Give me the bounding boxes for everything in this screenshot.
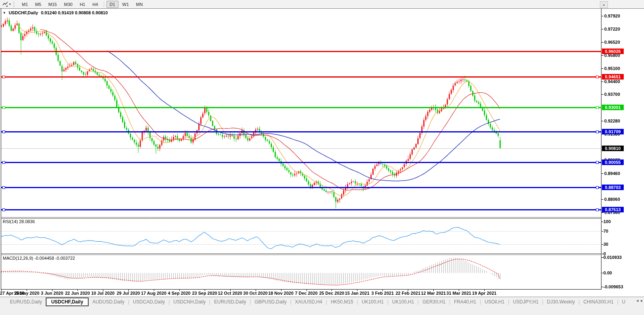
toolbar-grip-handle[interactable] xyxy=(14,2,16,7)
hline-price-badge-0.94651: 0.94651 xyxy=(602,74,624,80)
timeframe-button-m5[interactable]: M5 xyxy=(32,1,44,8)
macd-indicator-label: MACD(12,26,9) -0.004458 -0.003722 xyxy=(3,256,75,261)
chart-tab-china300-h1[interactable]: CHINA300,H1 xyxy=(580,298,617,306)
hline-price-badge-0.91709: 0.91709 xyxy=(602,129,624,134)
chart-tab-usdjpy-h1[interactable]: USDJPY,H1 xyxy=(509,298,542,306)
hline-price-badge-0.96026: 0.96026 xyxy=(602,49,624,54)
current-price-badge: 0.90810 xyxy=(602,146,624,151)
pointer-tool-glyph xyxy=(2,2,8,7)
date-axis-label: 19 Apr 2021 xyxy=(467,291,501,296)
timeframe-button-h4[interactable]: H4 xyxy=(89,1,101,8)
chart-title: ▼ USDCHF,Daily 0.91240 0.91419 0.90808 0… xyxy=(3,10,108,15)
timeframe-button-h1[interactable]: H1 xyxy=(76,1,88,8)
hline-price-badge-0.88703: 0.88703 xyxy=(602,185,624,190)
chart-canvas[interactable] xyxy=(0,0,644,315)
toolbar-separator xyxy=(104,2,104,7)
chart-tab-eurusd-daily[interactable]: EURUSD,Daily xyxy=(210,298,250,306)
hline-price-badge-0.93001: 0.93001 xyxy=(602,105,624,110)
rsi-indicator-label: RSI(14) 28.0836 xyxy=(3,219,35,224)
chart-symbol-label: USDCHF,Daily xyxy=(9,10,38,15)
chart-tab-gbpusd-daily[interactable]: GBPUSD,Daily xyxy=(251,298,290,306)
macd-scale-label: 0.00 xyxy=(603,270,612,275)
price-axis-tick: 0.88060 xyxy=(604,197,620,202)
collapse-triangle-icon[interactable]: ▼ xyxy=(3,11,6,15)
tab-scroll-right-icon[interactable]: ▸ xyxy=(641,298,643,303)
price-axis-tick: 0.96520 xyxy=(604,40,620,45)
tab-scroll-left-icon[interactable]: ◂ xyxy=(636,298,638,303)
chart-tab-xauusd-h4[interactable]: XAUUSD,H4 xyxy=(291,298,326,306)
rsi-scale-label: 30 xyxy=(603,242,608,247)
chart-tab-eurusd-daily[interactable]: EURUSD,Daily xyxy=(6,298,46,306)
chart-tab-audusd-daily[interactable]: AUDUSD,Daily xyxy=(89,298,128,306)
chart-tab-hk50-m15[interactable]: HK50,M15 xyxy=(327,298,357,306)
hline-price-badge-0.87513: 0.87513 xyxy=(602,207,624,212)
price-axis-tick: 0.95100 xyxy=(604,66,620,71)
chart-tab-u[interactable]: U xyxy=(619,298,629,306)
chart-ohlc-values: 0.91240 0.91419 0.90808 0.90810 xyxy=(41,10,108,15)
trading-platform-window: ▾ M1M5M15M30H1H4D1W1MN ▲ ▼ USDCHF,Daily … xyxy=(0,0,644,315)
chevron-down-icon[interactable]: ▾ xyxy=(9,2,11,6)
chart-tab-uk100-h1[interactable]: UK100,H1 xyxy=(388,298,417,306)
chart-tab-bar: EURUSD,DailyUSDCHF,DailyAUDUSD,Daily|USD… xyxy=(0,297,644,307)
timeframe-button-mn[interactable]: MN xyxy=(133,1,146,8)
macd-scale-label: 0.010933 xyxy=(603,255,622,260)
chart-tab-dj30-weekly[interactable]: DJ30,Weekly xyxy=(543,298,578,306)
timeframe-button-group: M1M5M15M30H1H4D1W1MN xyxy=(18,1,146,8)
tab-scroll-buttons: ◂ ▸ xyxy=(636,298,643,303)
timeframe-button-m30[interactable]: M30 xyxy=(61,1,76,8)
price-axis-tick: 0.92280 xyxy=(604,119,620,123)
pointer-tool-icon[interactable] xyxy=(1,1,9,8)
chart-tab-uk100-h1[interactable]: UK100,H1 xyxy=(358,298,387,306)
rsi-scale-label: 70 xyxy=(603,229,608,233)
price-axis-tick: 0.97920 xyxy=(604,14,620,18)
price-axis-tick: 0.94400 xyxy=(604,79,620,84)
timeframe-button-m15[interactable]: M15 xyxy=(45,1,60,8)
timeframe-button-d1[interactable]: D1 xyxy=(107,1,118,8)
price-axis-tick: 0.97220 xyxy=(604,27,620,31)
price-axis-tick: 0.89460 xyxy=(604,171,620,176)
timeframe-button-m1[interactable]: M1 xyxy=(19,1,31,8)
chart-tab-ger30-h1[interactable]: GER30,H1 xyxy=(419,298,449,306)
chart-tab-usoil-h1[interactable]: USOil,H1 xyxy=(481,298,508,306)
status-strip xyxy=(0,307,644,315)
price-axis-tick: 0.93700 xyxy=(604,92,620,97)
timeframe-button-w1[interactable]: W1 xyxy=(119,1,132,8)
chart-tab-usdchf-daily[interactable]: USDCHF,Daily xyxy=(46,298,89,306)
scroll-up-button[interactable]: ▲ xyxy=(600,1,608,8)
chart-tab-usdcad-daily[interactable]: USDCAD,Daily xyxy=(129,298,169,306)
rsi-scale-label: 100 xyxy=(603,219,611,224)
macd-scale-label: -0.009653 xyxy=(603,284,623,289)
chart-tab-usdcnh-daily[interactable]: USDCNH,Daily xyxy=(170,298,209,306)
timeframe-toolbar: ▾ M1M5M15M30H1H4D1W1MN ▲ xyxy=(0,0,644,8)
chart-tab-fra40-h1[interactable]: FRA40,H1 xyxy=(450,298,480,306)
hline-price-badge-0.90055: 0.90055 xyxy=(602,159,624,165)
